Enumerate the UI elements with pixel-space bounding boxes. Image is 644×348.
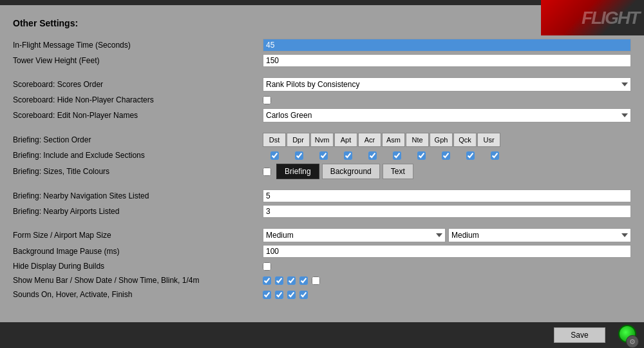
show-menu-bar-cb4[interactable] — [299, 276, 308, 285]
inflight-message-time-label: In-Flight Message Time (Seconds) — [13, 39, 258, 51]
sounds-checkboxes — [263, 291, 631, 299]
form-size-label: Form Size / Airport Map Size — [13, 229, 258, 241]
briefing-nearby-nav-label: Briefing: Nearby Navigation Sites Listed — [13, 190, 258, 202]
save-button[interactable]: Save — [554, 327, 605, 343]
briefing-col-usr[interactable]: Usr — [477, 133, 500, 147]
briefing-sizes-checkbox[interactable] — [263, 168, 271, 176]
show-menu-bar-cb1[interactable] — [263, 276, 271, 285]
briefing-tab-text[interactable]: Text — [383, 164, 413, 179]
briefing-include-exclude-label: Briefing: Include and Exclude Sections — [13, 150, 258, 161]
show-menu-bar-cb2[interactable] — [275, 276, 283, 285]
briefing-check-asm[interactable] — [393, 151, 401, 160]
sounds-cb1[interactable] — [263, 291, 271, 299]
briefing-tab-briefing[interactable]: Briefing — [276, 164, 319, 179]
briefing-col-apt[interactable]: Apt — [334, 133, 357, 147]
briefing-tabs-container: Briefing Background Text — [263, 164, 631, 179]
briefing-col-asm[interactable]: Asm — [382, 133, 405, 147]
scoreboard-scores-order-select[interactable]: Rank Pilots by Consistency — [263, 77, 631, 92]
briefing-sizes-colours-label: Briefing: Sizes, Title Colours — [13, 166, 258, 177]
scoreboard-hide-npc-label: Scoreboard: Hide Non-Player Characters — [13, 94, 258, 106]
inflight-message-time-input[interactable] — [263, 39, 631, 52]
show-menu-bar-cb3[interactable] — [287, 276, 296, 285]
briefing-check-apt[interactable] — [344, 151, 352, 160]
briefing-nearby-airports-label: Briefing: Nearby Airports Listed — [13, 206, 258, 217]
tower-view-height-input[interactable] — [263, 54, 631, 67]
briefing-nearby-airports-input[interactable] — [263, 205, 631, 218]
show-menu-bar-label: Show Menu Bar / Show Date / Show Time, B… — [13, 275, 258, 286]
briefing-column-buttons: Dst Dpr Nvm Apt Acr Asm Nte Gph Qck Usr — [263, 133, 631, 147]
briefing-check-qck[interactable] — [466, 151, 475, 160]
briefing-tab-background[interactable]: Background — [322, 164, 380, 179]
form-size-selects: Medium Medium — [263, 228, 631, 242]
form-size-select[interactable]: Medium — [263, 228, 446, 242]
map-size-select[interactable]: Medium — [448, 228, 631, 242]
scoreboard-hide-npc-checkbox[interactable] — [263, 96, 271, 104]
briefing-section-order-label: Briefing: Section Order — [13, 134, 258, 146]
scoreboard-scores-order-label: Scoreboard: Scores Order — [13, 79, 258, 90]
briefing-col-dst[interactable]: Dst — [263, 133, 286, 147]
briefing-check-dpr[interactable] — [295, 151, 303, 160]
briefing-check-dst[interactable] — [270, 151, 279, 160]
briefing-check-usr[interactable] — [491, 151, 499, 160]
logo-area: FLIGHT — [541, 0, 644, 35]
bottom-bar: Save ⚙ — [0, 322, 644, 348]
briefing-col-dpr[interactable]: Dpr — [287, 133, 310, 147]
briefing-col-gph[interactable]: Gph — [430, 133, 453, 147]
briefing-col-nvm[interactable]: Nvm — [310, 133, 334, 147]
section-title: Other Settings: — [13, 18, 631, 28]
briefing-check-acr[interactable] — [368, 151, 377, 160]
sounds-cb4[interactable] — [299, 291, 308, 299]
tower-view-height-label: Tower View Height (Feet) — [13, 55, 258, 66]
briefing-check-nte[interactable] — [417, 151, 426, 160]
hide-display-label: Hide Display During Builds — [13, 260, 258, 272]
logo-text: FLIGHT — [582, 8, 639, 28]
show-menu-bar-checkboxes — [263, 276, 631, 285]
briefing-col-nte[interactable]: Nte — [406, 133, 429, 147]
show-menu-bar-cb5[interactable] — [312, 276, 320, 285]
briefing-check-nvm[interactable] — [319, 151, 328, 160]
briefing-check-gph[interactable] — [442, 151, 450, 160]
top-bar: FLIGHT — [0, 0, 644, 5]
scoreboard-edit-npc-select[interactable]: Carlos Green — [263, 108, 631, 122]
bg-image-pause-input[interactable] — [263, 245, 631, 258]
briefing-nearby-nav-input[interactable] — [263, 189, 631, 202]
gear-icon[interactable]: ⚙ — [626, 335, 639, 348]
briefing-col-acr[interactable]: Acr — [358, 133, 381, 147]
bg-image-pause-label: Background Image Pause (ms) — [13, 246, 258, 257]
briefing-include-checkboxes — [263, 151, 631, 160]
sounds-cb2[interactable] — [275, 291, 283, 299]
sounds-label: Sounds On, Hover, Activate, Finish — [13, 289, 258, 300]
briefing-col-qck[interactable]: Qck — [453, 133, 477, 147]
hide-display-checkbox[interactable] — [263, 262, 271, 271]
scoreboard-edit-npc-label: Scoreboard: Edit Non-Player Names — [13, 110, 258, 121]
sounds-cb3[interactable] — [287, 291, 296, 299]
